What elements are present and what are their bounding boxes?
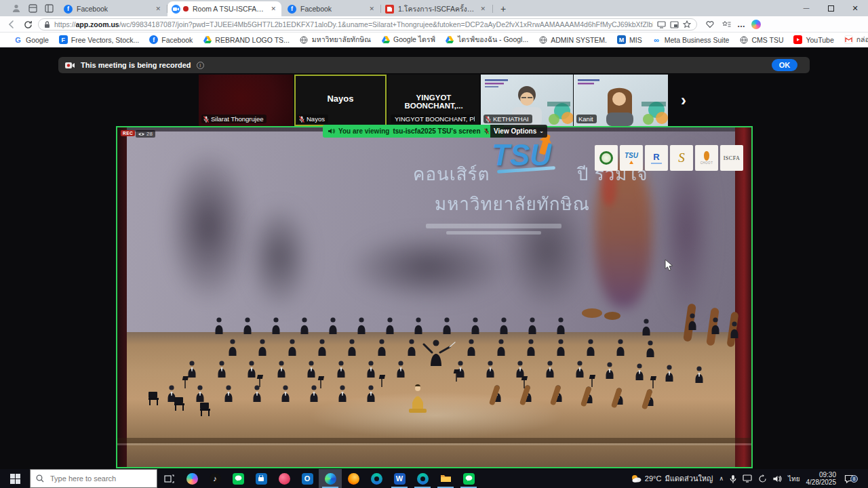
bookmark-university[interactable]: มหาวิทยาลัยทักษิณ (300, 34, 371, 45)
url-text: https://app.zoom.us/wc/99834187087/join?… (54, 20, 653, 28)
browser-profile-icon[interactable] (11, 3, 22, 14)
favorites-list-icon[interactable] (720, 18, 732, 30)
maximize-icon (828, 5, 834, 12)
file-explorer-button[interactable] (434, 469, 457, 488)
bookmark-freepik[interactable]: FFree Vectors, Stock... (59, 35, 139, 44)
pink-app-icon (279, 473, 290, 485)
taskbar: ♪ O W 29°C มีแ (0, 469, 868, 488)
copilot-icon[interactable] (750, 18, 762, 30)
microsoft-store-button[interactable] (250, 469, 273, 488)
tab-facebook-1[interactable]: f Facebook ✕ (60, 1, 166, 16)
lock-icon[interactable] (44, 21, 50, 28)
back-button[interactable] (5, 18, 18, 30)
participant-name-label: KETHATHAI (484, 115, 532, 123)
hidden-icons-button[interactable]: ∧ (719, 475, 724, 482)
participant-display-name: Nayos (294, 94, 387, 104)
window-close-button[interactable]: ✕ (844, 0, 867, 16)
tab-recording-dot-icon (183, 6, 189, 12)
tab-close-icon[interactable]: ✕ (479, 5, 487, 12)
tiktok-button[interactable]: ♪ (203, 469, 226, 488)
ok-button[interactable]: OK (772, 59, 797, 71)
participant-tile-yingyot[interactable]: YINGYOT BOONCHANT,... YINGYOT BOONCHANT,… (388, 75, 479, 126)
tsu-logo: TSU (492, 138, 580, 180)
tab-separator (492, 5, 493, 13)
microphone-tray-icon[interactable] (730, 474, 736, 483)
muted-mic-icon (299, 116, 304, 123)
tab-close-icon[interactable]: ✕ (269, 5, 277, 12)
language-indicator[interactable]: ไทย (788, 474, 800, 484)
window-minimize-button[interactable]: — (795, 0, 818, 16)
task-view-button[interactable] (157, 469, 180, 488)
send-to-device-icon[interactable] (657, 21, 666, 28)
tab-close-icon[interactable]: ✕ (368, 5, 376, 12)
tab-close-icon[interactable]: ✕ (154, 5, 162, 12)
display-network-icon[interactable] (743, 474, 752, 483)
weather-condition: มีแดดส่วนใหญ่ (665, 472, 713, 485)
mouse-cursor (665, 259, 673, 272)
participant-tile-silarat[interactable]: Silarat Thongrujee (199, 75, 293, 126)
bookmark-cms-tsu[interactable]: CMS TSU (739, 35, 783, 44)
info-icon[interactable]: i (197, 62, 204, 69)
tab-pdf-document[interactable]: 1.โครงการ-ISCFAครั้งที่ 6-สำหรับแนบ ✕ (381, 1, 491, 16)
bookmark-google-drive[interactable]: Google ไดรฟ์ (381, 34, 435, 45)
task-view-icon (164, 474, 174, 483)
pink-app-button[interactable] (273, 469, 296, 488)
webex-icon (417, 473, 429, 485)
new-tab-button[interactable]: + (495, 1, 511, 16)
bookmark-google[interactable]: GGoogle (14, 35, 49, 44)
bookmark-mis[interactable]: MMIS (617, 35, 642, 44)
word-button[interactable]: W (388, 469, 411, 488)
settings-menu-icon[interactable]: … (735, 18, 747, 30)
participant-tile-kanit[interactable]: Kanit (574, 75, 668, 126)
browser-toolbar: https://app.zoom.us/wc/99834187087/join?… (0, 16, 868, 33)
webex-button-2[interactable] (411, 469, 434, 488)
tab-facebook-2[interactable]: f Facebook ✕ (283, 1, 380, 16)
participant-name-label: Nayos (297, 115, 328, 123)
workspaces-icon[interactable] (27, 3, 38, 14)
copilot-taskbar-button[interactable] (180, 469, 203, 488)
refresh-button[interactable] (22, 18, 34, 30)
file-explorer-icon (440, 474, 452, 483)
browser-essentials-icon[interactable] (704, 18, 716, 30)
viewing-prefix-text: You are viewing (338, 127, 389, 135)
bookmark-youtube[interactable]: YouTube (793, 35, 833, 44)
participant-tile-nayos[interactable]: Nayos Nayos (294, 75, 387, 126)
vertical-tabs-icon[interactable] (43, 3, 54, 14)
view-options-button[interactable]: View Options ⌄ (490, 125, 547, 138)
firefox-button[interactable] (342, 469, 365, 488)
bookmark-meta-business[interactable]: ∞Meta Business Suite (652, 35, 730, 44)
webex-button[interactable] (365, 469, 388, 488)
line-button-2[interactable] (457, 469, 480, 488)
start-button[interactable] (0, 469, 30, 488)
bookmark-my-drive[interactable]: ไดรฟ์ของฉัน - Googl... (446, 34, 528, 45)
search-input[interactable] (49, 474, 144, 483)
bookmarks-bar: GGoogle FFree Vectors, Stock... fFaceboo… (0, 33, 868, 47)
sync-tray-icon[interactable] (758, 474, 767, 483)
tab-zoom-meeting[interactable]: Room A TSU-ISCFA: 2025 Th... ✕ (167, 1, 281, 16)
bookmark-admin-system[interactable]: ADMIN SYSTEM. (538, 35, 607, 44)
viewer-count: 28 (136, 130, 155, 138)
participant-tile-kethathai[interactable]: KETHATHAI (481, 75, 573, 126)
drive-icon (203, 35, 212, 44)
university-emblem-logo (595, 145, 618, 171)
drive-icon (381, 35, 390, 44)
edge-button[interactable] (319, 469, 342, 488)
weather-widget[interactable]: 29°C มีแดดส่วนใหญ่ (631, 472, 713, 485)
window-maximize-button[interactable] (819, 0, 842, 16)
bookmark-rebrand-logo[interactable]: REBRAND LOGO TS... (203, 35, 290, 44)
participant-name-label: Kanit (576, 115, 597, 123)
line-button[interactable] (226, 469, 250, 488)
zoom-meeting-area: This meeting is being recorded i OK Sila… (0, 47, 868, 469)
address-bar[interactable]: https://app.zoom.us/wc/99834187087/join?… (38, 18, 697, 30)
outlook-button[interactable]: O (296, 469, 319, 488)
volume-icon[interactable] (773, 475, 782, 483)
screenshot-icon[interactable] (670, 21, 679, 28)
taskbar-clock[interactable]: 09:30 4/28/2025 (806, 471, 837, 486)
filmstrip-next-button[interactable]: › (675, 89, 692, 111)
favorite-star-icon[interactable] (683, 20, 691, 28)
pdf-favicon (385, 5, 394, 14)
notification-center-button[interactable]: 8 (842, 474, 856, 483)
bookmark-gmail[interactable]: กล่องจดหมาย wittay... (844, 34, 868, 45)
taskbar-search[interactable] (30, 469, 157, 488)
bookmark-facebook[interactable]: fFacebook (149, 35, 193, 44)
